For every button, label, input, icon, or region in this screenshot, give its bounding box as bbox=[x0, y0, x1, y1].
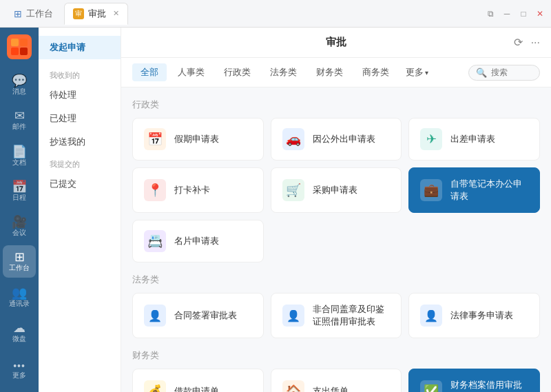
sidebar-item-workbench[interactable]: ⊞ 工作台 bbox=[3, 245, 36, 278]
card-label-laptop: 自带笔记本办公申请表 bbox=[450, 178, 528, 203]
card-label-attendance: 打卡补卡 bbox=[174, 184, 210, 196]
card-seal[interactable]: 👤 非合同盖章及印鉴证照借用审批表 bbox=[271, 293, 402, 338]
nav-item-submitted[interactable]: 已提交 bbox=[39, 172, 121, 196]
sidebar-item-contacts[interactable]: 👥 通讯录 bbox=[3, 280, 36, 313]
nav-group-received: 我收到的 bbox=[39, 65, 121, 83]
category-label-finance: 财务类 bbox=[132, 349, 540, 362]
sidebar-item-calendar[interactable]: 📅 日程 bbox=[3, 174, 36, 207]
sidebar-item-messages[interactable]: 💬 消息 bbox=[3, 68, 36, 101]
app-logo bbox=[6, 33, 33, 60]
card-label-purchase: 采购申请表 bbox=[313, 184, 357, 196]
minimize-btn[interactable]: ─ bbox=[501, 8, 512, 19]
tab-workbench[interactable]: ⊞ 工作台 bbox=[6, 3, 61, 25]
finance-card-grid: 💰 借款申请单 🏠 支出凭单 ✅ 财务档案借用审批表 ✈ 差旅费报销单 bbox=[132, 369, 540, 392]
filter-tab-hr[interactable]: 人事类 bbox=[169, 63, 213, 81]
sidebar-item-disk[interactable]: ☁ 微盘 bbox=[3, 316, 36, 348]
card-voucher[interactable]: 🏠 支出凭单 bbox=[271, 369, 402, 392]
chevron-down-icon: ▾ bbox=[425, 69, 428, 76]
laptop-icon: 💼 bbox=[420, 179, 442, 201]
maximize-btn[interactable]: □ bbox=[518, 8, 529, 19]
card-business-trip[interactable]: ✈ 出差申请表 bbox=[408, 118, 540, 161]
card-loan[interactable]: 💰 借款申请单 bbox=[132, 369, 264, 392]
workbench-tab-label: 工作台 bbox=[26, 8, 53, 20]
search-input[interactable] bbox=[491, 68, 532, 77]
card-outgoing[interactable]: 🚗 因公外出申请表 bbox=[271, 118, 402, 161]
search-icon: 🔍 bbox=[476, 68, 487, 78]
sidebar: 💬 消息 ✉ 邮件 📄 文档 📅 日程 🎥 会议 ⊞ 工作台 👥 通讯录 ☁ bbox=[0, 28, 39, 392]
card-vacation[interactable]: 📅 假期申请表 bbox=[132, 118, 264, 161]
card-legal[interactable]: 👤 法律事务申请表 bbox=[408, 293, 540, 338]
sidebar-label-more: 更多 bbox=[12, 372, 26, 379]
main-layout: 💬 消息 ✉ 邮件 📄 文档 📅 日程 🎥 会议 ⊞ 工作台 👥 通讯录 ☁ bbox=[0, 28, 551, 392]
trip-icon: ✈ bbox=[420, 128, 442, 150]
mail-icon: ✉ bbox=[14, 110, 25, 122]
search-box[interactable]: 🔍 bbox=[468, 65, 540, 81]
card-laptop[interactable]: 💼 自带笔记本办公申请表 bbox=[408, 167, 540, 213]
disk-icon: ☁ bbox=[13, 322, 25, 334]
sidebar-label-meetings: 会议 bbox=[12, 229, 26, 236]
card-label-finance-archive: 财务档案借用审批表 bbox=[450, 379, 528, 392]
refresh-button[interactable]: ⟳ bbox=[514, 36, 523, 49]
archive-icon: ✅ bbox=[420, 380, 442, 392]
approval-tab-label: 审批 bbox=[88, 8, 106, 20]
purchase-icon: 🛒 bbox=[282, 179, 304, 201]
card-label-outgoing: 因公外出申请表 bbox=[313, 133, 375, 145]
sidebar-item-docs[interactable]: 📄 文档 bbox=[3, 139, 36, 172]
approval-tab-icon: 审 bbox=[73, 8, 84, 19]
svg-rect-1 bbox=[20, 39, 28, 46]
close-btn[interactable]: ✕ bbox=[534, 8, 545, 19]
category-label-legal: 法务类 bbox=[132, 274, 540, 286]
svg-rect-3 bbox=[20, 48, 28, 55]
title-bar: ⊞ 工作台 审 审批 ✕ ⧉ ─ □ ✕ bbox=[0, 0, 551, 28]
card-contract[interactable]: 👤 合同签署审批表 bbox=[132, 293, 264, 338]
attendance-icon: 📍 bbox=[144, 179, 166, 201]
filter-more-button[interactable]: 更多 ▾ bbox=[400, 63, 434, 81]
header-actions: ⟳ ··· bbox=[514, 36, 540, 49]
workbench-tab-icon: ⊞ bbox=[14, 8, 22, 19]
category-label-admin: 行政类 bbox=[132, 99, 540, 111]
filter-more-label: 更多 bbox=[406, 66, 424, 79]
sidebar-label-calendar: 日程 bbox=[12, 194, 26, 201]
calendar-icon: 📅 bbox=[12, 180, 27, 193]
card-label-business-trip: 出差申请表 bbox=[450, 133, 495, 145]
tab-bar: ⊞ 工作台 审 审批 ✕ bbox=[6, 3, 485, 25]
tab-approval[interactable]: 审 审批 ✕ bbox=[64, 3, 128, 25]
contract-icon: 👤 bbox=[144, 305, 166, 327]
filter-tab-legal[interactable]: 法务类 bbox=[262, 63, 305, 81]
nav-panel: 发起申请 我收到的 待处理 已处理 抄送我的 我提交的 已提交 bbox=[39, 28, 121, 392]
meetings-icon: 🎥 bbox=[12, 216, 27, 228]
filter-tab-admin[interactable]: 行政类 bbox=[216, 63, 259, 81]
nav-item-pending[interactable]: 待处理 bbox=[39, 83, 121, 107]
tab-close-icon[interactable]: ✕ bbox=[113, 9, 119, 18]
admin-card-grid: 📅 假期申请表 🚗 因公外出申请表 ✈ 出差申请表 📍 打卡补卡 🛒 bbox=[132, 118, 540, 262]
content-body: 行政类 📅 假期申请表 🚗 因公外出申请表 ✈ 出差申请表 📍 打卡补卡 bbox=[121, 87, 551, 392]
voucher-icon: 🏠 bbox=[282, 380, 304, 392]
sidebar-item-more[interactable]: ••• 更多 bbox=[3, 354, 36, 386]
card-label-voucher: 支出凭单 bbox=[313, 385, 349, 392]
outgoing-icon: 🚗 bbox=[282, 128, 304, 150]
card-label-legal: 法律事务申请表 bbox=[450, 309, 513, 322]
card-finance-archive[interactable]: ✅ 财务档案借用审批表 bbox=[408, 369, 540, 392]
seal-icon: 👤 bbox=[282, 305, 304, 327]
content-header: 审批 ⟳ ··· bbox=[121, 28, 551, 58]
nav-item-processed[interactable]: 已处理 bbox=[39, 107, 121, 130]
svg-rect-2 bbox=[11, 48, 19, 55]
sidebar-item-mail[interactable]: ✉ 邮件 bbox=[3, 104, 36, 136]
docs-icon: 📄 bbox=[12, 145, 27, 158]
filter-tab-business[interactable]: 商务类 bbox=[354, 63, 397, 81]
card-attendance[interactable]: 📍 打卡补卡 bbox=[132, 167, 264, 213]
nav-item-cc[interactable]: 抄送我的 bbox=[39, 130, 121, 154]
messages-icon: 💬 bbox=[12, 74, 27, 87]
card-purchase[interactable]: 🛒 采购申请表 bbox=[271, 167, 402, 213]
sidebar-label-workbench: 工作台 bbox=[9, 265, 30, 271]
filter-tab-finance[interactable]: 财务类 bbox=[308, 63, 351, 81]
more-options-button[interactable]: ··· bbox=[531, 37, 540, 49]
sidebar-label-messages: 消息 bbox=[12, 88, 26, 95]
filter-tab-all[interactable]: 全部 bbox=[132, 63, 167, 81]
nav-main-title[interactable]: 发起申请 bbox=[39, 36, 121, 59]
restore-btn[interactable]: ⧉ bbox=[485, 8, 496, 19]
sidebar-item-meetings[interactable]: 🎥 会议 bbox=[3, 210, 36, 243]
nav-group-submitted: 我提交的 bbox=[39, 154, 121, 172]
more-icon: ••• bbox=[13, 361, 25, 371]
card-business-card[interactable]: 📇 名片申请表 bbox=[132, 220, 264, 262]
